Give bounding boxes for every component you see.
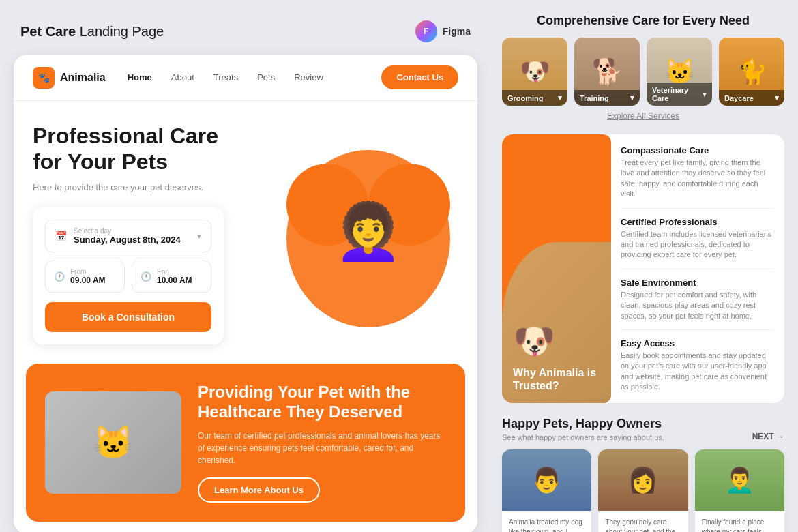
- figma-badge: F Figma: [415, 20, 471, 42]
- next-button[interactable]: NEXT →: [752, 432, 784, 441]
- right-panel: Comprehensive Care for Every Need 🐶 Groo…: [491, 0, 798, 532]
- testimonial-emma: 👩 They genuinely care about your pet, an…: [598, 449, 688, 532]
- page-title-bar: Pet Care Landing Page F Figma: [14, 20, 477, 42]
- website-card: 🐾 Animalia Home About Treats Pets Review…: [14, 55, 477, 532]
- why-item-title: Compassionate Care: [621, 145, 773, 156]
- service-vet[interactable]: 🐱 Veterinary Care ▾: [647, 38, 712, 106]
- booking-widget: 📅 Select a day Sunday, August 8th, 2024 …: [33, 207, 224, 344]
- testimonial-text-2: They genuinely care about your pet, and …: [605, 518, 681, 532]
- testimonial-text-3: Finally found a place where my cats feel…: [702, 518, 778, 532]
- why-item-title: Easy Access: [621, 338, 773, 349]
- testimonial-stuart: 👨‍🦱 Finally found a place where my cats …: [695, 449, 784, 532]
- chevron-down-icon: ▾: [197, 231, 201, 241]
- end-time-value: 10.00 AM: [157, 276, 192, 285]
- date-value: Sunday, August 8th, 2024: [74, 235, 181, 245]
- page-title: Pet Care Landing Page: [20, 24, 164, 40]
- services-section: Comprehensive Care for Every Need 🐶 Groo…: [502, 14, 784, 121]
- hero-section: Professional Carefor Your Pets Here to p…: [14, 101, 477, 364]
- logo-icon: 🐾: [33, 67, 55, 89]
- explore-all-link[interactable]: Explore All Services: [502, 111, 784, 121]
- service-training[interactable]: 🐕 Training ▾: [574, 38, 640, 106]
- time-row: 🕐 From 09.00 AM 🕐 End 10.00 AM: [45, 261, 211, 293]
- logo: 🐾 Animalia: [33, 67, 106, 89]
- why-item-text: Certified team includes licensed veterin…: [621, 229, 773, 261]
- nav-home[interactable]: Home: [128, 72, 152, 83]
- bottom-card-content: Providing Your Pet with the Healthcare T…: [198, 383, 446, 503]
- bottom-card-text: Our team of certified pet professionals …: [198, 430, 446, 467]
- testimonial-photo-3: 👨‍🦱: [695, 449, 784, 511]
- figma-icon: F: [415, 20, 437, 42]
- service-training-label: Training ▾: [574, 90, 640, 106]
- testimonials-title: Happy Pets, Happy Owners: [502, 417, 664, 431]
- left-panel: Pet Care Landing Page F Figma 🐾 Animalia…: [0, 0, 491, 532]
- service-grooming[interactable]: 🐶 Grooming ▾: [502, 38, 567, 106]
- why-item-title: Safe Environment: [621, 278, 773, 288]
- why-title: Why Animalia is Trusted?: [513, 366, 600, 392]
- nav-review[interactable]: Review: [294, 72, 323, 83]
- end-clock-icon: 🕐: [141, 271, 151, 282]
- from-time-value: 09.00 AM: [70, 276, 106, 285]
- bottom-card-title: Providing Your Pet with the Healthcare T…: [198, 383, 446, 422]
- clock-icon: 🕐: [54, 271, 65, 282]
- testimonials-section: Happy Pets, Happy Owners See what happy …: [502, 417, 784, 532]
- dog-image: 🐶: [513, 321, 555, 361]
- why-image: 🐶 Why Animalia is Trusted?: [502, 134, 611, 403]
- why-item-text: Easily book appointments and stay update…: [621, 351, 773, 393]
- why-item-compassionate: Compassionate Care Treat every pet like …: [621, 145, 773, 209]
- why-item-safe: Safe Environment Designed for pet comfor…: [621, 278, 773, 330]
- hero-title: Professional Carefor Your Pets: [33, 123, 458, 175]
- date-selector[interactable]: 📅 Select a day Sunday, August 8th, 2024 …: [45, 220, 211, 252]
- services-grid: 🐶 Grooming ▾ 🐕 Training ▾ 🐱 Veterinary C…: [502, 38, 784, 106]
- nav-about[interactable]: About: [171, 72, 194, 83]
- service-daycare-label: Daycare ▾: [719, 90, 784, 106]
- navbar: 🐾 Animalia Home About Treats Pets Review…: [14, 55, 477, 101]
- why-content: Compassionate Care Treat every pet like …: [621, 134, 784, 403]
- hero-subtitle: Here to provide the care your pet deserv…: [33, 182, 458, 192]
- end-time-input[interactable]: 🕐 End 10.00 AM: [132, 261, 211, 293]
- learn-more-button[interactable]: Learn More About Us: [198, 477, 320, 503]
- services-title: Comprehensive Care for Every Need: [502, 14, 784, 28]
- testimonials-grid: 👨 Animalia treated my dog like their own…: [502, 449, 784, 532]
- testimonial-text-1: Animalia treated my dog like their own, …: [509, 518, 585, 532]
- nav-treats[interactable]: Treats: [213, 72, 238, 83]
- why-section: 🐶 Why Animalia is Trusted? Compassionate…: [502, 134, 784, 403]
- hero-content: Professional Carefor Your Pets Here to p…: [33, 123, 458, 344]
- from-label: From: [70, 268, 106, 276]
- date-label: Select a day: [74, 227, 181, 235]
- testimonials-header: Happy Pets, Happy Owners See what happy …: [502, 417, 784, 441]
- why-item-title: Certified Professionals: [621, 217, 773, 227]
- bottom-card: 🐱 Providing Your Pet with the Healthcare…: [26, 364, 465, 522]
- testimonial-photo-1: 👨: [502, 449, 591, 511]
- cat-image: 🐱: [45, 391, 181, 494]
- why-item-text: Treat every pet like family, giving them…: [621, 158, 773, 200]
- why-item-certified: Certified Professionals Certified team i…: [621, 217, 773, 269]
- service-daycare[interactable]: 🐈 Daycare ▾: [719, 38, 784, 106]
- from-time-input[interactable]: 🕐 From 09.00 AM: [45, 261, 125, 293]
- contact-button[interactable]: Contact Us: [381, 65, 458, 89]
- nav-links: Home About Treats Pets Review: [128, 72, 360, 83]
- calendar-icon: 📅: [55, 231, 67, 241]
- testimonial-photo-2: 👩: [598, 449, 688, 511]
- nav-pets[interactable]: Pets: [257, 72, 275, 83]
- testimonials-subtitle: See what happy pet owners are saying abo…: [502, 433, 664, 441]
- end-label: End: [157, 268, 192, 276]
- book-consultation-button[interactable]: Book a Consultation: [45, 302, 211, 332]
- service-grooming-label: Grooming ▾: [502, 90, 567, 106]
- testimonial-leonard: 👨 Animalia treated my dog like their own…: [502, 449, 591, 532]
- service-vet-label: Veterinary Care ▾: [647, 83, 712, 106]
- why-item-text: Designed for pet comfort and safety, wit…: [621, 290, 773, 321]
- why-item-easy: Easy Access Easily book appointments and…: [621, 338, 773, 393]
